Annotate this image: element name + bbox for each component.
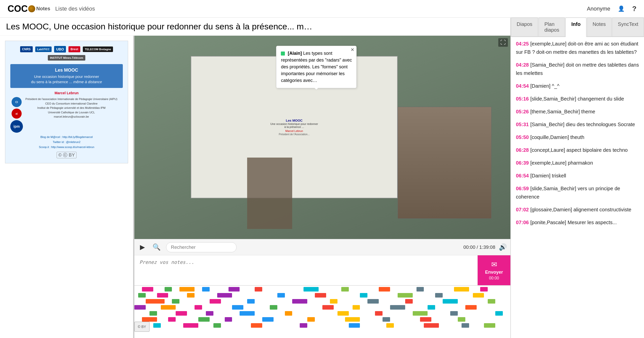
note-text: [concept,Laure] aspect bipolaire des tec…	[530, 147, 628, 153]
tl-block	[390, 305, 405, 310]
tl-block	[229, 287, 240, 292]
tab-info[interactable]: Info	[565, 18, 586, 37]
send-icon: ✉	[491, 260, 497, 269]
send-time: 00:00	[489, 276, 499, 280]
note-time: 05:26	[516, 109, 529, 114]
note-entry: 05:50 [coquille,Damien] theuth	[516, 133, 639, 141]
tl-block	[435, 293, 443, 298]
tl-block	[210, 299, 221, 304]
note-entry: 06:59 [slide,Samia_Bechir] vers un princ…	[516, 184, 639, 201]
tl-block	[337, 311, 349, 316]
tl-block	[251, 323, 262, 328]
tl-block	[360, 293, 367, 298]
tl-block	[322, 305, 334, 310]
volume-button[interactable]: 🔊	[499, 243, 507, 251]
timeline-content: © BY	[134, 286, 510, 338]
note-text: [exemple,Laure] pharmakon	[530, 160, 593, 166]
video-display[interactable]: Les MOOC Une occasion historique pour re…	[134, 36, 510, 239]
sidebar-tabs: Diapos Plan diapos Info Notes SyncText	[511, 18, 644, 37]
time-current: 00:00	[463, 245, 475, 250]
tl-block	[247, 299, 255, 304]
tl-block	[379, 287, 390, 292]
tl-block	[353, 305, 360, 310]
tab-synctext[interactable]: SyncText	[612, 18, 644, 36]
note-text: [ponite,Pascale] Mesurer les aspects...	[530, 220, 617, 225]
tab-diapos[interactable]: Diapos	[511, 18, 538, 36]
tab-plan-diapos[interactable]: Plan diapos	[539, 18, 565, 36]
fullscreen-button[interactable]: ⛶	[498, 38, 508, 47]
tl-block	[142, 317, 157, 322]
tl-block	[157, 293, 168, 298]
user-icon: 👤	[618, 6, 625, 12]
tl-block	[450, 311, 458, 316]
tl-block	[168, 317, 176, 322]
claroline-logo: Cl	[12, 97, 22, 107]
tooltip-overlay: ✕ [Alain] Les types sont représentées pa…	[276, 46, 357, 88]
search-input[interactable]	[166, 242, 237, 252]
tl-block	[315, 293, 326, 298]
note-text: [Samia_Bechir] doit on mettre des tablet…	[516, 62, 639, 76]
tl-block	[146, 299, 165, 304]
slide-info: Président de l'association International…	[25, 97, 117, 119]
tl-block	[330, 299, 337, 304]
tl-block	[225, 317, 232, 322]
tl-block	[462, 323, 469, 328]
tl-block	[383, 317, 390, 322]
tl-block	[488, 299, 495, 304]
slide-title-sub: Une occasion historique pour redonnerdu …	[15, 74, 118, 84]
tab-notes[interactable]: Notes	[587, 18, 612, 36]
labsticc-logo: LabSTICC	[35, 46, 52, 52]
video-player: Les MOOC Une occasion historique pour re…	[134, 36, 510, 338]
slide-author: Marcel Lebrun	[55, 91, 79, 95]
slide-logos: CNRS LabSTICC UBO Brest TELECOM Bretagne…	[10, 46, 123, 61]
tl-block	[262, 317, 274, 322]
page-layout: Les MOOC, Une occasion historique pour r…	[0, 18, 644, 338]
note-entry: 07:06 [ponite,Pascale] Mesurer les aspec…	[516, 218, 639, 226]
brest-logo: Brest	[68, 46, 80, 52]
notes-textarea[interactable]	[134, 255, 478, 285]
logo-notes-text: Notes	[36, 6, 50, 12]
cnrs-logo: CNRS	[20, 46, 33, 52]
tl-block	[213, 323, 221, 328]
tl-block	[307, 317, 315, 322]
tl-block	[176, 311, 187, 316]
note-entry: 05:31 [Samia_Bechir] dieu des technologu…	[516, 120, 639, 128]
tl-block	[420, 317, 431, 322]
send-button[interactable]: ✉ Envoyer 00:00	[478, 255, 510, 285]
video-presenter	[398, 107, 492, 219]
note-time: 06:54	[516, 173, 529, 178]
nav-videos-link[interactable]: Liste des vidéos	[55, 6, 95, 12]
note-text: [coquille,Damien] theuth	[530, 134, 584, 140]
tl-block	[458, 317, 465, 322]
tl-block	[292, 299, 307, 304]
tl-block	[416, 287, 424, 292]
tl-block	[495, 311, 503, 316]
tooltip-indicator	[281, 52, 285, 56]
sidebar-content: 04:25 [exemple,Laure] doit-on être ami a…	[511, 37, 644, 338]
institut-logo: INSTITUT Mines-Télécom	[48, 55, 85, 61]
note-time: 05:16	[516, 96, 529, 102]
tl-block	[240, 311, 255, 316]
tl-block	[183, 323, 198, 328]
tl-block	[443, 299, 458, 304]
tl-block	[255, 287, 262, 292]
tl-block	[270, 305, 277, 310]
sidebar: Diapos Plan diapos Info Notes SyncText 0…	[511, 18, 644, 338]
tooltip-close-button[interactable]: ✕	[351, 47, 354, 53]
video-controls: ▶ 🔍 00:00 / 1:39:08 🔊	[134, 239, 510, 255]
note-entry: 06:54 [Damien] triskell	[516, 171, 639, 180]
main-content: Les MOOC, Une occasion historique pour r…	[0, 18, 511, 338]
tl-block	[187, 293, 195, 298]
help-button[interactable]: ?	[632, 5, 636, 13]
tl-block	[195, 305, 202, 310]
tl-block	[161, 305, 176, 310]
tl-block	[285, 311, 292, 316]
note-time: 04:25	[516, 41, 529, 46]
timeline[interactable]: © BY	[134, 285, 510, 338]
search-toggle-button[interactable]: 🔍	[150, 242, 163, 252]
play-button[interactable]: ▶	[138, 242, 147, 252]
note-time: 04:54	[516, 83, 529, 89]
note-time: 07:02	[516, 207, 529, 212]
note-entry: 04:54 [Damien] ^_^	[516, 82, 639, 90]
tl-block	[480, 287, 488, 292]
